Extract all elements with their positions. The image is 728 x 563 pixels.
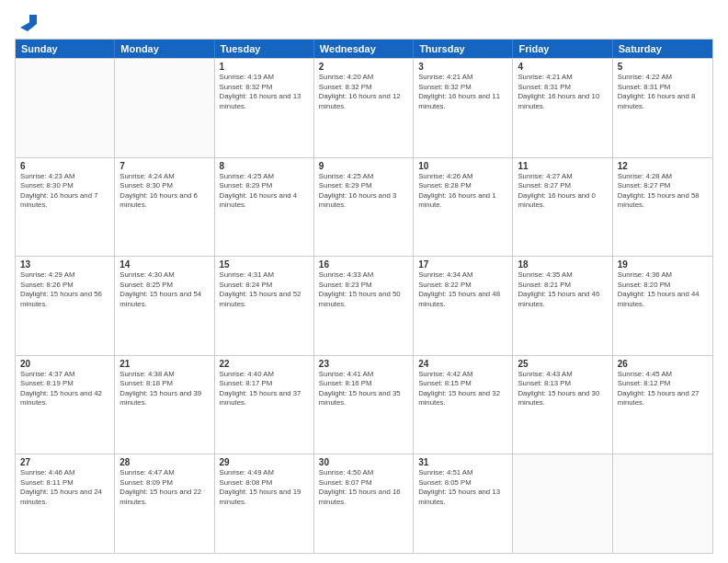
weekday-header-monday: Monday <box>115 40 214 58</box>
day-cell-21: 21Sunrise: 4:38 AM Sunset: 8:18 PM Dayli… <box>115 356 214 454</box>
day-number: 24 <box>418 359 507 369</box>
weekday-header-friday: Friday <box>513 40 612 58</box>
day-info: Sunrise: 4:27 AM Sunset: 8:27 PM Dayligh… <box>518 172 607 211</box>
day-info: Sunrise: 4:19 AM Sunset: 8:32 PM Dayligh… <box>220 73 309 111</box>
day-cell-23: 23Sunrise: 4:41 AM Sunset: 8:16 PM Dayli… <box>314 356 414 454</box>
day-number: 15 <box>220 259 309 270</box>
day-number: 26 <box>618 359 708 369</box>
weekday-header-sunday: Sunday <box>16 40 115 58</box>
day-info: Sunrise: 4:40 AM Sunset: 8:17 PM Dayligh… <box>220 370 309 408</box>
page: SundayMondayTuesdayWednesdayThursdayFrid… <box>0 0 728 563</box>
day-info: Sunrise: 4:35 AM Sunset: 8:21 PM Dayligh… <box>518 270 607 309</box>
day-number: 21 <box>119 359 209 369</box>
day-cell-empty <box>613 454 712 553</box>
day-number: 29 <box>220 457 309 467</box>
day-number: 30 <box>319 457 408 467</box>
day-number: 4 <box>518 62 607 72</box>
day-info: Sunrise: 4:30 AM Sunset: 8:25 PM Dayligh… <box>119 270 209 309</box>
logo-line1 <box>15 11 37 31</box>
day-number: 27 <box>20 457 109 467</box>
day-number: 19 <box>618 259 708 270</box>
day-info: Sunrise: 4:26 AM Sunset: 8:28 PM Dayligh… <box>418 172 507 211</box>
day-info: Sunrise: 4:25 AM Sunset: 8:29 PM Dayligh… <box>319 172 408 211</box>
day-cell-7: 7Sunrise: 4:24 AM Sunset: 8:30 PM Daylig… <box>115 158 214 257</box>
day-info: Sunrise: 4:38 AM Sunset: 8:18 PM Dayligh… <box>119 370 209 408</box>
day-number: 3 <box>418 62 507 72</box>
week-row-2: 13Sunrise: 4:29 AM Sunset: 8:26 PM Dayli… <box>16 256 712 355</box>
day-info: Sunrise: 4:25 AM Sunset: 8:29 PM Dayligh… <box>220 172 309 211</box>
day-number: 23 <box>319 359 408 369</box>
day-cell-empty <box>16 59 115 157</box>
day-info: Sunrise: 4:22 AM Sunset: 8:31 PM Dayligh… <box>618 73 708 111</box>
day-cell-6: 6Sunrise: 4:23 AM Sunset: 8:30 PM Daylig… <box>16 158 115 257</box>
day-number: 20 <box>20 359 109 369</box>
day-cell-25: 25Sunrise: 4:43 AM Sunset: 8:13 PM Dayli… <box>513 356 612 454</box>
day-cell-2: 2Sunrise: 4:20 AM Sunset: 8:32 PM Daylig… <box>314 59 414 157</box>
week-row-4: 27Sunrise: 4:46 AM Sunset: 8:11 PM Dayli… <box>16 454 712 553</box>
day-cell-19: 19Sunrise: 4:36 AM Sunset: 8:20 PM Dayli… <box>613 257 712 355</box>
day-number: 13 <box>20 259 109 270</box>
day-info: Sunrise: 4:31 AM Sunset: 8:24 PM Dayligh… <box>220 270 309 309</box>
day-cell-empty <box>115 59 214 157</box>
day-number: 18 <box>518 259 607 270</box>
day-info: Sunrise: 4:41 AM Sunset: 8:16 PM Dayligh… <box>319 370 408 408</box>
day-cell-18: 18Sunrise: 4:35 AM Sunset: 8:21 PM Dayli… <box>513 257 612 355</box>
day-number: 14 <box>119 259 209 270</box>
day-info: Sunrise: 4:45 AM Sunset: 8:12 PM Dayligh… <box>618 370 708 408</box>
weekday-header-thursday: Thursday <box>414 40 513 58</box>
day-cell-1: 1Sunrise: 4:19 AM Sunset: 8:32 PM Daylig… <box>215 59 314 157</box>
day-number: 11 <box>518 161 607 171</box>
day-cell-28: 28Sunrise: 4:47 AM Sunset: 8:09 PM Dayli… <box>115 454 214 553</box>
day-number: 17 <box>418 259 507 270</box>
week-row-3: 20Sunrise: 4:37 AM Sunset: 8:19 PM Dayli… <box>16 355 712 454</box>
day-cell-29: 29Sunrise: 4:49 AM Sunset: 8:08 PM Dayli… <box>215 454 314 553</box>
day-number: 12 <box>618 161 708 171</box>
day-number: 2 <box>319 62 408 72</box>
day-number: 7 <box>119 161 209 171</box>
weekday-header-saturday: Saturday <box>613 40 712 58</box>
day-info: Sunrise: 4:33 AM Sunset: 8:23 PM Dayligh… <box>319 270 408 309</box>
day-info: Sunrise: 4:43 AM Sunset: 8:13 PM Dayligh… <box>518 370 607 408</box>
svg-marker-1 <box>29 15 37 24</box>
day-info: Sunrise: 4:21 AM Sunset: 8:32 PM Dayligh… <box>418 73 507 111</box>
day-cell-empty <box>513 454 612 553</box>
day-number: 16 <box>319 259 408 270</box>
day-cell-9: 9Sunrise: 4:25 AM Sunset: 8:29 PM Daylig… <box>314 158 414 257</box>
day-number: 10 <box>418 161 507 171</box>
day-cell-10: 10Sunrise: 4:26 AM Sunset: 8:28 PM Dayli… <box>414 158 513 257</box>
day-number: 6 <box>20 161 109 171</box>
day-info: Sunrise: 4:42 AM Sunset: 8:15 PM Dayligh… <box>418 370 507 408</box>
day-cell-26: 26Sunrise: 4:45 AM Sunset: 8:12 PM Dayli… <box>613 356 712 454</box>
day-cell-30: 30Sunrise: 4:50 AM Sunset: 8:07 PM Dayli… <box>314 454 414 553</box>
day-info: Sunrise: 4:29 AM Sunset: 8:26 PM Dayligh… <box>20 270 109 309</box>
header <box>15 11 713 31</box>
day-cell-5: 5Sunrise: 4:22 AM Sunset: 8:31 PM Daylig… <box>613 59 712 157</box>
day-cell-22: 22Sunrise: 4:40 AM Sunset: 8:17 PM Dayli… <box>215 356 314 454</box>
day-number: 31 <box>418 457 507 467</box>
day-number: 8 <box>220 161 309 171</box>
day-info: Sunrise: 4:23 AM Sunset: 8:30 PM Dayligh… <box>20 172 109 211</box>
day-cell-20: 20Sunrise: 4:37 AM Sunset: 8:19 PM Dayli… <box>16 356 115 454</box>
day-info: Sunrise: 4:51 AM Sunset: 8:05 PM Dayligh… <box>418 468 507 507</box>
day-number: 22 <box>220 359 309 369</box>
day-cell-11: 11Sunrise: 4:27 AM Sunset: 8:27 PM Dayli… <box>513 158 612 257</box>
day-info: Sunrise: 4:37 AM Sunset: 8:19 PM Dayligh… <box>20 370 109 408</box>
day-number: 1 <box>220 62 309 72</box>
day-cell-27: 27Sunrise: 4:46 AM Sunset: 8:11 PM Dayli… <box>16 454 115 553</box>
day-info: Sunrise: 4:28 AM Sunset: 8:27 PM Dayligh… <box>618 172 708 211</box>
day-number: 9 <box>319 161 408 171</box>
logo <box>15 11 37 31</box>
day-info: Sunrise: 4:21 AM Sunset: 8:31 PM Dayligh… <box>518 73 607 111</box>
day-cell-24: 24Sunrise: 4:42 AM Sunset: 8:15 PM Dayli… <box>414 356 513 454</box>
day-info: Sunrise: 4:36 AM Sunset: 8:20 PM Dayligh… <box>618 270 708 309</box>
day-cell-4: 4Sunrise: 4:21 AM Sunset: 8:31 PM Daylig… <box>513 59 612 157</box>
day-cell-16: 16Sunrise: 4:33 AM Sunset: 8:23 PM Dayli… <box>314 257 414 355</box>
calendar-header: SundayMondayTuesdayWednesdayThursdayFrid… <box>16 40 712 58</box>
day-info: Sunrise: 4:34 AM Sunset: 8:22 PM Dayligh… <box>418 270 507 309</box>
day-number: 5 <box>618 62 708 72</box>
day-cell-17: 17Sunrise: 4:34 AM Sunset: 8:22 PM Dayli… <box>414 257 513 355</box>
day-info: Sunrise: 4:50 AM Sunset: 8:07 PM Dayligh… <box>319 468 408 507</box>
weekday-header-wednesday: Wednesday <box>314 40 414 58</box>
day-cell-13: 13Sunrise: 4:29 AM Sunset: 8:26 PM Dayli… <box>16 257 115 355</box>
day-number: 28 <box>119 457 209 467</box>
